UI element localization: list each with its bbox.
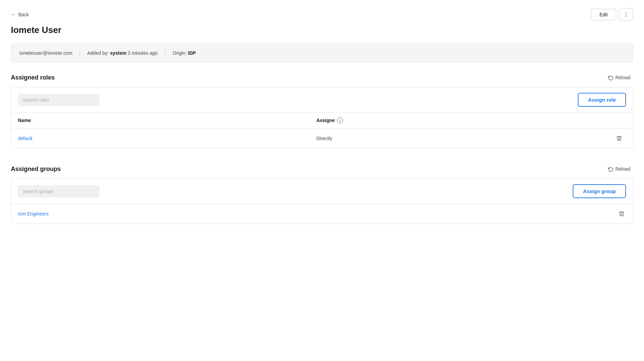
groups-reload-button[interactable]: Reload (605, 165, 633, 173)
edit-button[interactable]: Edit (591, 9, 616, 20)
groups-reload-icon (608, 166, 613, 172)
search-roles-input[interactable] (18, 94, 100, 106)
search-groups-input[interactable] (18, 185, 100, 197)
groups-search-row: Assign group (11, 179, 633, 204)
meta-divider-1: | (79, 50, 80, 56)
trash-icon (619, 211, 625, 217)
col-header-name: Name (11, 113, 309, 128)
header-actions: Edit ⋮ (591, 8, 633, 21)
table-row: default Directly (11, 128, 633, 149)
origin-value: IDP (188, 50, 196, 56)
assign-role-button[interactable]: Assign role (578, 93, 626, 107)
origin-text: Origin: IDP (173, 50, 196, 56)
group-name-link[interactable]: Iom Engineers (18, 211, 49, 217)
groups-table-container: Assign group Iom Engineers (11, 178, 633, 224)
roles-reload-button[interactable]: Reload (605, 73, 633, 82)
back-label: Back (18, 12, 29, 17)
added-by-prefix: Added by: (87, 50, 109, 56)
meta-divider-2: | (164, 50, 166, 56)
roles-table-header-row: Name Assigne i (11, 113, 633, 128)
roles-table-body: default Directly (11, 128, 633, 149)
reload-icon (608, 75, 613, 80)
role-name-link[interactable]: default (18, 136, 32, 141)
roles-section-title: Assigned roles (11, 74, 55, 81)
groups-section-title: Assigned groups (11, 166, 61, 173)
roles-search-row: Assign role (11, 87, 633, 113)
groups-rows: Iom Engineers (11, 204, 633, 224)
col-header-assigne: Assigne i (309, 113, 608, 128)
assigned-roles-section: Assigned roles Reload Assign role (11, 73, 633, 149)
role-assigne-cell: Directly (309, 128, 608, 149)
groups-reload-label: Reload (615, 166, 630, 172)
added-by-user: system (110, 50, 126, 56)
back-arrow-icon: ← (11, 12, 16, 18)
role-action-cell (608, 128, 633, 149)
groups-section-header: Assigned groups Reload (11, 165, 633, 173)
more-options-button[interactable]: ⋮ (619, 8, 633, 21)
assigned-groups-section: Assigned groups Reload Assign group Iom … (11, 165, 633, 224)
user-email: iometeuser@iomete.com (19, 50, 72, 56)
roles-table: Name Assigne i default (11, 113, 633, 148)
page-title: Iomete User (11, 25, 633, 35)
assign-group-button[interactable]: Assign group (573, 184, 626, 198)
delete-group-button[interactable] (617, 209, 626, 218)
assigne-info-icon: i (337, 117, 343, 123)
back-link[interactable]: ← Back (11, 12, 29, 18)
roles-reload-label: Reload (615, 75, 630, 80)
col-header-action (608, 113, 633, 128)
header-top: ← Back Edit ⋮ (11, 8, 633, 21)
list-item: Iom Engineers (11, 204, 633, 224)
meta-bar: iometeuser@iomete.com | Added by: system… (11, 44, 633, 63)
added-by-text: Added by: system 3 minutes ago (87, 50, 158, 56)
origin-prefix: Origin: (173, 50, 186, 56)
roles-table-container: Assign role Name Assigne i (11, 87, 633, 149)
roles-section-header: Assigned roles Reload (11, 73, 633, 82)
added-by-time: 3 minutes ago (128, 50, 158, 56)
delete-role-button[interactable] (615, 134, 624, 143)
trash-icon (616, 135, 622, 141)
